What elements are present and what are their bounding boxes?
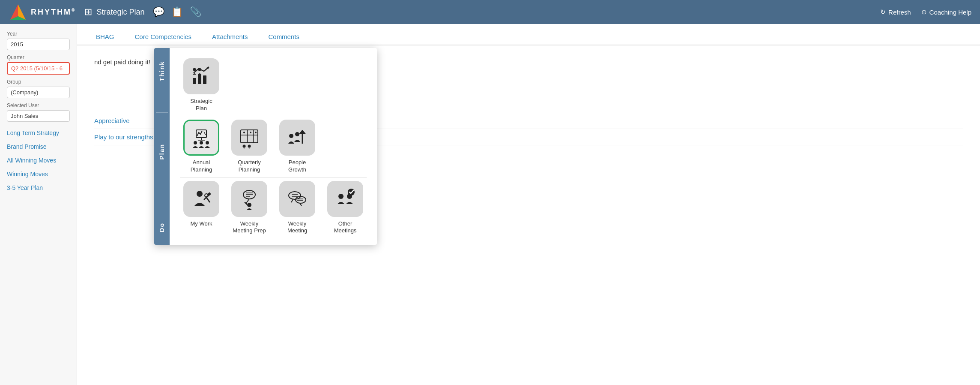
sidebar-item-winning-moves[interactable]: Winning Moves (0, 167, 77, 181)
coaching-help-button[interactable]: ⊙ Coaching Help (921, 8, 971, 16)
strategic-plan-label: StrategicPlan (190, 98, 212, 112)
sidebar-item-all-winning-moves[interactable]: All Winning Moves (0, 153, 77, 167)
svg-rect-3 (193, 78, 196, 84)
menu-item-weekly-meeting[interactable]: WeeklyMeeting (276, 181, 319, 235)
svg-point-23 (243, 144, 246, 147)
svg-point-22 (255, 132, 257, 133)
quarterly-planning-label: QuarterlyPlanning (238, 159, 260, 174)
menu-item-strategic-plan[interactable]: StrategicPlan (180, 58, 223, 112)
my-work-icon (190, 188, 212, 210)
dropdown-menu: Think Plan Do (154, 48, 377, 245)
user-input[interactable] (7, 110, 70, 122)
nav-icons: 💬 📋 📎 (153, 6, 201, 18)
dropdown-section-think: Think (158, 57, 165, 85)
menu-item-quarterly-planning[interactable]: QuarterlyPlanning (228, 120, 271, 174)
menu-item-other-meetings[interactable]: OtherMeetings (324, 181, 367, 235)
refresh-button[interactable]: ↻ Refresh (880, 8, 911, 16)
svg-point-7 (193, 68, 196, 71)
svg-point-28 (197, 191, 203, 197)
tab-bhag[interactable]: BHAG (86, 29, 125, 45)
svg-point-42 (296, 196, 306, 203)
refresh-label: Refresh (888, 9, 911, 16)
svg-point-12 (194, 141, 197, 144)
dropdown-content: StrategicPlan (170, 48, 377, 245)
annual-planning-icon (190, 126, 212, 149)
svg-point-21 (250, 132, 251, 133)
svg-point-48 (338, 194, 344, 199)
annual-planning-icon-bg (183, 120, 219, 156)
other-meetings-label: OtherMeetings (334, 220, 357, 235)
weekly-meeting-prep-icon-bg (231, 181, 267, 217)
quarter-section: Quarter (0, 54, 77, 75)
svg-point-8 (198, 68, 201, 71)
menu-item-annual-planning[interactable]: AnnualPlanning (180, 120, 223, 174)
navbar: RHYTHM® ⊞ Strategic Plan 💬 📋 📎 ↻ Refresh… (0, 0, 980, 24)
grid-icon[interactable]: ⊞ (84, 6, 92, 18)
chat-icon[interactable]: 💬 (153, 6, 164, 18)
coaching-help-label: Coaching Help (929, 9, 971, 16)
tabs-bar: BHAG Core Competencies Attachments Comme… (77, 24, 980, 45)
refresh-icon: ↻ (880, 8, 886, 16)
people-growth-icon (286, 126, 308, 149)
logo-text: RHYTHM® (31, 8, 76, 17)
svg-point-13 (200, 141, 203, 144)
tab-core-competencies[interactable]: Core Competencies (125, 29, 202, 45)
plan-do-divider (180, 177, 367, 177)
svg-point-24 (248, 144, 251, 147)
tab-attachments[interactable]: Attachments (202, 29, 258, 45)
coaching-help-icon: ⊙ (921, 8, 927, 16)
group-section: Group (0, 79, 77, 98)
weekly-meeting-icon (286, 188, 308, 210)
main-layout: Year Quarter Group Selected User Long Te… (0, 24, 980, 385)
dropdown-sidebar: Think Plan Do (154, 48, 170, 245)
svg-line-41 (291, 199, 293, 202)
year-input[interactable] (7, 39, 70, 50)
plan-row: AnnualPlanning (180, 120, 367, 174)
strategic-plan-icon (190, 65, 212, 87)
people-growth-label: PeopleGrowth (288, 159, 306, 174)
group-label: Group (7, 79, 70, 85)
quarterly-planning-icon (238, 126, 260, 149)
nav-title: Strategic Plan (96, 8, 144, 17)
clipboard-icon[interactable]: 📋 (171, 6, 183, 18)
svg-point-36 (247, 203, 251, 207)
tab-comments[interactable]: Comments (258, 29, 310, 45)
sidebar-item-3-5-year-plan[interactable]: 3-5 Year Plan (0, 181, 77, 195)
logo-icon (9, 3, 27, 21)
other-meetings-icon-bg (327, 181, 363, 217)
weekly-meeting-icon-bg (279, 181, 315, 217)
weekly-meeting-prep-label: WeeklyMeeting Prep (233, 220, 266, 235)
weekly-meeting-label: WeeklyMeeting (287, 220, 307, 235)
svg-point-20 (243, 132, 245, 133)
svg-line-34 (247, 199, 249, 202)
sidebar: Year Quarter Group Selected User Long Te… (0, 24, 77, 385)
svg-marker-35 (244, 202, 247, 205)
menu-item-people-growth[interactable]: PeopleGrowth (276, 120, 319, 174)
my-work-icon-bg (183, 181, 219, 217)
svg-rect-5 (203, 75, 206, 84)
group-input[interactable] (7, 87, 70, 98)
svg-rect-4 (198, 74, 201, 84)
menu-item-my-work[interactable]: My Work (180, 181, 223, 228)
menu-item-weekly-meeting-prep[interactable]: WeeklyMeeting Prep (228, 181, 271, 235)
quarterly-planning-icon-bg (231, 120, 267, 156)
svg-point-27 (295, 132, 299, 136)
svg-point-26 (289, 134, 293, 138)
dropdown-section-do: Do (158, 218, 165, 237)
dropdown-section-plan: Plan (158, 139, 165, 164)
user-section: Selected User (0, 102, 77, 122)
do-row: My Work (180, 181, 367, 235)
paperclip-icon[interactable]: 📎 (190, 6, 201, 18)
user-label: Selected User (7, 102, 70, 108)
divider-1 (156, 112, 168, 113)
sidebar-item-brand-promise[interactable]: Brand Promise (0, 140, 77, 153)
quarter-label: Quarter (7, 54, 70, 60)
year-label: Year (7, 31, 70, 37)
divider-2 (156, 191, 168, 191)
quarter-input[interactable] (7, 62, 70, 75)
people-growth-icon-bg (279, 120, 315, 156)
weekly-meeting-prep-icon (238, 188, 260, 210)
content-area: BHAG Core Competencies Attachments Comme… (77, 24, 980, 385)
think-row: StrategicPlan (180, 58, 367, 112)
sidebar-item-long-term-strategy[interactable]: Long Term Strategy (0, 126, 77, 140)
